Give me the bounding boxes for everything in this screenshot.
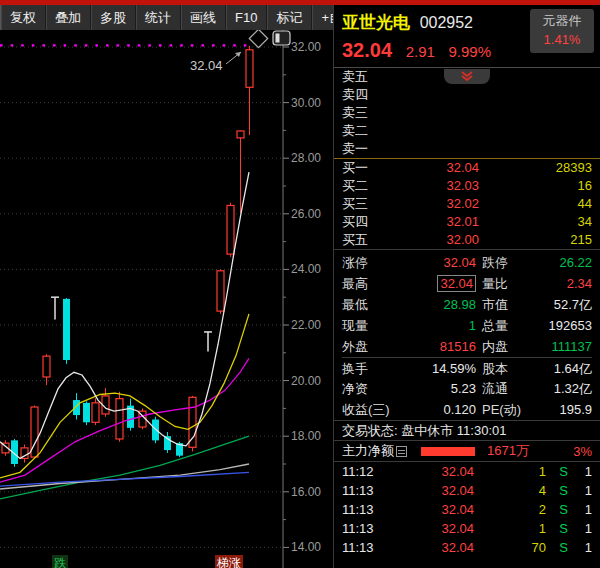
bid-row[interactable]: 买一32.0428393 [334,159,600,177]
toolbar-button-统计[interactable]: 统计 [136,5,181,30]
stat-value: 192653 [534,315,592,336]
trade-row: 11:1332.042S1 [334,500,600,519]
bid-price: 32.03 [384,177,479,195]
candlestick-chart[interactable]: 32.0030.0028.0026.0024.0022.0020.0018.00… [0,30,333,568]
stat-value: 26.22 [534,252,592,273]
trade-count: 1 [568,462,592,481]
stat-label: 内盘 [482,336,534,357]
stat-label: 跌停 [482,252,534,273]
bid-row[interactable]: 买三32.0244 [334,195,600,213]
trade-row: 11:1332.0470S1 [334,538,600,557]
toolbar-button-叠加[interactable]: 叠加 [46,5,91,30]
stat-value: 32.04 [400,273,476,294]
bid-label: 买二 [342,177,384,195]
diamond-marker-icon[interactable] [249,30,267,48]
trade-count: 1 [568,481,592,500]
trade-side: S [546,519,568,538]
ask-row[interactable]: 卖一 [334,140,600,158]
bid-volume: 44 [479,195,592,213]
stat-value-boxed: 32.04 [437,275,476,292]
y-axis-label: 16.00 [291,485,321,499]
event-tag-down: 跌 [54,556,66,568]
stats-row: 最高32.04量比2.34 [342,273,592,294]
trade-side: S [546,481,568,500]
panel-toggle-fill [276,34,280,43]
stat-value: 5.23 [400,378,476,399]
trade-volume: 70 [474,538,546,557]
trade-volume: 1 [474,557,546,561]
toolbar-button-复权[interactable]: 复权 [1,5,46,30]
trade-list[interactable]: 11:1232.041S111:1332.044S111:1332.042S11… [334,462,600,561]
bid-row[interactable]: 买二32.0316 [334,177,600,195]
stats-row: 外盘81516内盘111137 [342,336,592,357]
candle-up [43,356,50,377]
ask-label: 卖三 [342,104,384,122]
stock-app-window: 复权叠加多股统计画线F10标记+自选返回 32.0030.0028.0026.0… [0,0,600,568]
stat-label: 最低 [342,294,400,315]
bid-label: 买四 [342,213,384,231]
trade-side: S [546,557,568,561]
ask-row[interactable]: 卖三 [334,104,600,122]
bid-levels: 买一32.0428393买二32.0316买三32.0244买四32.0134买… [334,159,600,250]
main-flow-row[interactable]: 主力净额 1671万 3% [334,441,600,462]
trade-side: S [546,500,568,519]
ask-volume [479,140,592,158]
toolbar-button-标记[interactable]: 标记 [267,5,312,30]
candle-up [116,399,123,439]
stats-grid: 涨停32.04跌停26.22最高32.04量比2.34最低28.98市值52.7… [334,250,600,420]
stat-value: 0.120 [400,399,476,420]
trade-count: 1 [568,557,592,561]
stat-label: 收益(三) [342,399,400,420]
ask-price [384,86,479,104]
toolbar-button-多股[interactable]: 多股 [91,5,136,30]
trade-count: 1 [568,519,592,538]
trade-time: 11:12 [342,462,384,481]
toolbar-button-F10[interactable]: F10 [226,5,267,30]
trade-side: S [546,462,568,481]
stats-row: 收益(三)0.120PE(动)195.9 [342,399,592,420]
bid-price: 32.00 [384,231,479,249]
trade-volume: 2 [474,500,546,519]
stat-label: PE(动) [482,399,534,420]
stats-row: 换手14.59%股本1.64亿 [342,357,592,378]
bid-row[interactable]: 买四32.0134 [334,213,600,231]
y-axis-label: 20.00 [291,374,321,388]
ask-label: 卖五 [342,68,384,86]
detail-icon[interactable] [396,446,407,457]
ask-row[interactable]: 卖二 [334,122,600,140]
bid-row[interactable]: 买五32.00215 [334,231,600,249]
bid-volume: 215 [479,231,592,249]
ask-label: 卖二 [342,122,384,140]
toolbar-button-画线[interactable]: 画线 [181,5,226,30]
stats-row: 涨停32.04跌停26.22 [342,252,592,273]
sector-badge[interactable]: 元器件 1.41% [530,9,594,53]
trade-time: 11:13 [342,500,384,519]
trade-volume: 1 [474,462,546,481]
candle-up [246,50,253,88]
toolbar: 复权叠加多股统计画线F10标记+自选返回 [0,5,333,30]
chart-canvas[interactable]: 32.0030.0028.0026.0024.0022.0020.0018.00… [0,30,333,568]
trade-count: 1 [568,500,592,519]
stock-code: 002952 [420,14,473,31]
y-axis-label: 22.00 [291,318,321,332]
y-axis-label: 14.00 [291,540,321,554]
expand-quote-tab[interactable] [444,69,490,84]
y-axis-label: 24.00 [291,262,321,276]
sector-change: 1.41% [530,32,594,47]
candle-up [189,397,196,447]
y-axis-label: 30.00 [291,96,321,110]
candle-down [83,403,90,422]
bid-volume: 28393 [479,159,592,177]
stat-value: 1.64亿 [534,358,592,378]
ask-price [384,104,479,122]
trade-price: 32.04 [384,481,474,500]
ask-volume [479,68,592,86]
bid-volume: 16 [479,177,592,195]
trade-volume: 1 [474,519,546,538]
y-axis-label: 26.00 [291,207,321,221]
ask-row[interactable]: 卖四 [334,86,600,104]
main-flow-value: 1671万 [487,442,529,460]
stat-label: 最高 [342,273,400,294]
bid-label: 买三 [342,195,384,213]
trade-price: 32.04 [384,519,474,538]
